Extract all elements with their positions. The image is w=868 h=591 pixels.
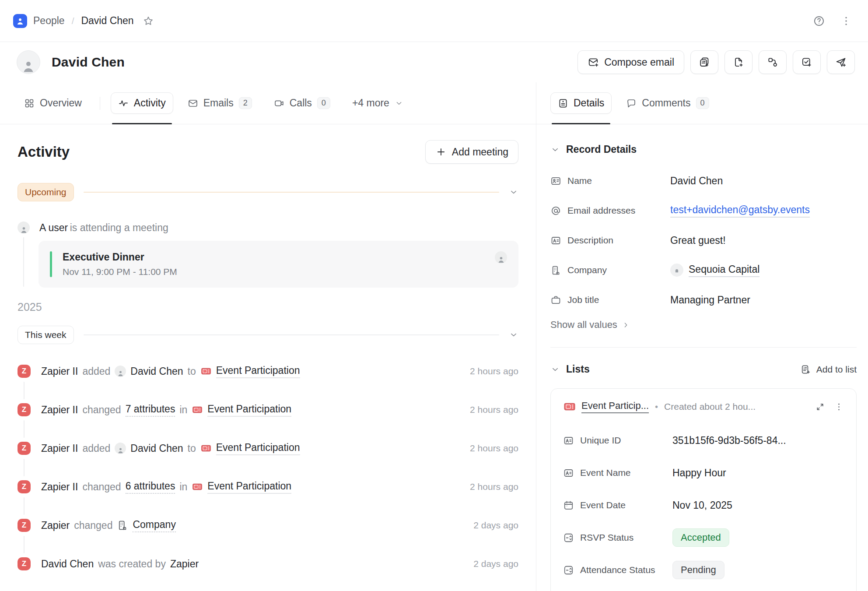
field-row: Event NameHappy Hour xyxy=(563,462,844,483)
people-object-icon[interactable] xyxy=(13,14,27,28)
activity-panel: Activity Add meeting Upcoming A user is … xyxy=(0,124,536,591)
field-label: Description xyxy=(550,235,670,246)
content: Activity Add meeting Upcoming A user is … xyxy=(0,124,868,591)
field-label-text: Name xyxy=(567,176,592,186)
person-icon xyxy=(497,255,505,264)
field-value: David Chen xyxy=(670,175,857,187)
add-task-button[interactable] xyxy=(793,50,821,74)
tab-bar: OverviewActivityEmails2Calls0+4 more Det… xyxy=(0,82,868,124)
activity-event-row: ZZapier IIchanged7 attributesinEvent Par… xyxy=(18,402,518,418)
help-icon[interactable] xyxy=(813,15,825,27)
user-avatar xyxy=(18,222,30,234)
activity-timeline: ZZapier IIaddedDavid ChentoEvent Partici… xyxy=(18,363,518,591)
list-name-link[interactable]: Event Particip... xyxy=(581,400,649,413)
favorite-star-icon[interactable] xyxy=(143,15,154,27)
activity-event-link[interactable]: Event Participation xyxy=(216,365,300,378)
list-entry-fields: Unique ID351b15f6-9d3b-56f5-84...Event N… xyxy=(563,430,844,580)
add-file-button[interactable] xyxy=(724,50,752,74)
field-label: RSVP Status xyxy=(563,532,672,543)
field-label: Unique ID xyxy=(563,435,672,446)
activity-event-link[interactable]: Event Participation xyxy=(207,480,291,494)
field-label-text: RSVP Status xyxy=(580,532,634,543)
email-link[interactable]: test+davidchen@gatsby.events xyxy=(670,204,810,218)
activity-event-row: ZZapier IIaddedDavid ChentoEvent Partici… xyxy=(18,363,518,379)
tab-overview[interactable]: Overview xyxy=(17,92,89,114)
collapse-record-details-icon[interactable] xyxy=(550,145,560,155)
add-connection-icon xyxy=(767,56,778,68)
meeting-card[interactable]: Executive Dinner Nov 11, 9:00 PM - 11:00… xyxy=(38,241,518,288)
meeting-title: Executive Dinner xyxy=(63,251,495,263)
collapse-lists-icon[interactable] xyxy=(550,365,560,374)
show-all-values-button[interactable]: Show all values xyxy=(550,319,630,331)
tab-activity[interactable]: Activity xyxy=(111,92,173,114)
tab-details[interactable]: Details xyxy=(550,92,612,114)
ticket-icon xyxy=(192,404,203,415)
tab-label: Overview xyxy=(40,97,82,109)
collapse-upcoming-icon[interactable] xyxy=(509,187,518,197)
field-value: Managing Partner xyxy=(670,294,857,306)
comment-icon xyxy=(626,98,637,109)
status-badge[interactable]: Accepted xyxy=(672,528,729,547)
field-label: Event Name xyxy=(563,468,672,478)
details-panel: Record Details NameDavid ChenEmail addre… xyxy=(536,124,868,591)
tab--4-more[interactable]: +4 more xyxy=(345,92,411,114)
collapse-week-icon[interactable] xyxy=(509,330,518,340)
details-card-icon xyxy=(558,98,568,109)
company-link[interactable]: Sequoia Capital xyxy=(689,264,760,277)
list-entry-menu-icon[interactable] xyxy=(834,402,844,412)
tab-calls[interactable]: Calls0 xyxy=(266,92,338,114)
activity-event-segment: Zapier II xyxy=(41,481,78,493)
attending-row: A user is attending a meeting xyxy=(18,222,518,234)
select-icon xyxy=(563,565,574,576)
breadcrumb-section[interactable]: People xyxy=(33,15,65,27)
panel-tabs: DetailsComments0 xyxy=(536,82,868,124)
field-row: Email addressestest+davidchen@gatsby.eve… xyxy=(550,200,857,221)
activity-event-link[interactable]: Event Participation xyxy=(216,442,300,455)
activity-event-link[interactable]: 6 attributes xyxy=(126,480,175,494)
activity-event-row: ZZapierchangedCompany2 days ago xyxy=(18,517,518,533)
text-field-icon xyxy=(563,435,574,446)
text-field-icon xyxy=(550,235,561,246)
top-actions xyxy=(813,15,852,27)
meeting-accent-bar xyxy=(50,251,52,277)
activity-event-segment: changed xyxy=(74,520,112,531)
field-row: CompanySequoia Capital xyxy=(550,260,857,281)
add-note-button[interactable] xyxy=(690,50,718,74)
person-icon xyxy=(16,17,24,25)
field-label-text: Company xyxy=(567,265,607,275)
add-file-icon xyxy=(733,56,744,68)
add-to-list-label: Add to list xyxy=(816,364,857,375)
field-label-text: Event Name xyxy=(580,468,631,478)
activity-event-text: David Chenwas created byZapier xyxy=(41,558,466,570)
zapier-avatar: Z xyxy=(18,480,31,493)
activity-event-segment: to xyxy=(188,366,196,377)
record-details-title: Record Details xyxy=(566,144,637,155)
activity-event-link[interactable]: Company xyxy=(133,519,175,532)
meeting-block: Executive Dinner Nov 11, 9:00 PM - 11:00… xyxy=(18,241,518,288)
add-meeting-button[interactable]: Add meeting xyxy=(425,140,518,164)
tab-emails[interactable]: Emails2 xyxy=(180,92,259,114)
attending-actor: A user xyxy=(39,222,68,233)
week-section-header: This week xyxy=(18,326,518,344)
field-label: Company xyxy=(550,265,670,276)
building-icon xyxy=(550,265,561,276)
send-sequence-button[interactable] xyxy=(827,50,855,74)
person-icon xyxy=(21,59,36,74)
field-value-text: Happy Hour xyxy=(672,467,726,479)
activity-event-text: Zapier IIaddedDavid ChentoEvent Particip… xyxy=(41,442,462,455)
tab-comments[interactable]: Comments0 xyxy=(619,92,716,114)
lists-title: Lists xyxy=(566,363,590,375)
activity-event-segment: Zapier xyxy=(41,520,70,531)
meeting-time: Nov 11, 9:00 PM - 11:00 PM xyxy=(63,267,495,277)
status-badge[interactable]: Pending xyxy=(672,561,724,579)
add-to-list-button[interactable]: Add to list xyxy=(801,364,857,375)
compose-email-button[interactable]: Compose email xyxy=(578,50,684,74)
more-menu-icon[interactable] xyxy=(840,15,852,27)
activity-event-link[interactable]: 7 attributes xyxy=(126,403,175,417)
grid-icon xyxy=(24,98,35,109)
expand-icon[interactable] xyxy=(815,402,825,412)
activity-event-segment: to xyxy=(188,443,196,454)
activity-event-link[interactable]: Event Participation xyxy=(207,403,291,417)
add-connection-button[interactable] xyxy=(759,50,787,74)
activity-event-segment: Zapier II xyxy=(41,366,78,377)
